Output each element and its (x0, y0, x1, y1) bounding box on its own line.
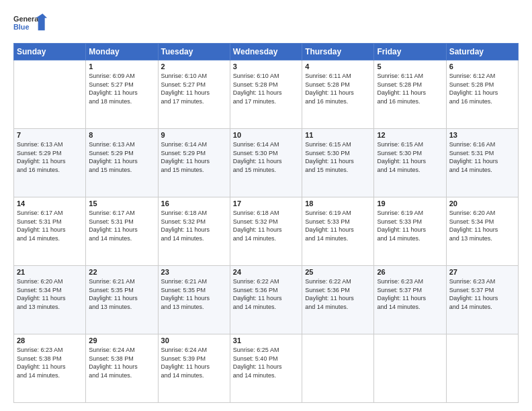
day-info: Sunrise: 6:13 AMSunset: 5:29 PMDaylight:… (89, 140, 154, 174)
day-cell: 24Sunrise: 6:22 AMSunset: 5:36 PMDayligh… (230, 266, 302, 334)
logo: General Blue (13, 11, 47, 38)
day-info: Sunrise: 6:10 AMSunset: 5:28 PMDaylight:… (233, 72, 299, 105)
day-info: Sunrise: 6:23 AMSunset: 5:37 PMDaylight:… (377, 277, 443, 311)
day-number: 10 (233, 131, 299, 139)
day-info: Sunrise: 6:20 AMSunset: 5:34 PMDaylight:… (17, 277, 83, 311)
day-number: 27 (449, 268, 515, 276)
header-sunday: Sunday (14, 44, 86, 60)
header: General Blue (13, 11, 519, 38)
day-cell (374, 334, 446, 403)
calendar-header-row: SundayMondayTuesdayWednesdayThursdayFrid… (14, 44, 519, 60)
day-cell: 29Sunrise: 6:24 AMSunset: 5:38 PMDayligh… (86, 334, 158, 403)
day-cell: 6Sunrise: 6:12 AMSunset: 5:28 PMDaylight… (446, 60, 518, 129)
day-cell: 5Sunrise: 6:11 AMSunset: 5:28 PMDaylight… (374, 60, 446, 129)
day-info: Sunrise: 6:21 AMSunset: 5:35 PMDaylight:… (89, 277, 154, 311)
day-number: 5 (377, 62, 443, 71)
day-cell (14, 60, 86, 129)
day-info: Sunrise: 6:15 AMSunset: 5:30 PMDaylight:… (305, 140, 371, 174)
week-row-1: 7Sunrise: 6:13 AMSunset: 5:29 PMDaylight… (14, 129, 519, 197)
header-thursday: Thursday (302, 44, 374, 60)
day-info: Sunrise: 6:19 AMSunset: 5:33 PMDaylight:… (377, 209, 443, 242)
day-number: 3 (233, 62, 299, 71)
day-cell: 21Sunrise: 6:20 AMSunset: 5:34 PMDayligh… (14, 266, 86, 334)
day-info: Sunrise: 6:14 AMSunset: 5:30 PMDaylight:… (233, 140, 299, 174)
day-number: 8 (89, 131, 154, 139)
day-number: 6 (449, 62, 515, 71)
day-number: 24 (233, 268, 299, 276)
day-number: 17 (233, 199, 299, 208)
calendar-table: SundayMondayTuesdayWednesdayThursdayFrid… (13, 43, 519, 403)
day-info: Sunrise: 6:13 AMSunset: 5:29 PMDaylight:… (17, 140, 83, 174)
day-info: Sunrise: 6:15 AMSunset: 5:30 PMDaylight:… (377, 140, 443, 174)
day-info: Sunrise: 6:18 AMSunset: 5:32 PMDaylight:… (233, 209, 299, 242)
day-cell: 7Sunrise: 6:13 AMSunset: 5:29 PMDaylight… (14, 129, 86, 197)
day-cell: 23Sunrise: 6:21 AMSunset: 5:35 PMDayligh… (158, 266, 230, 334)
day-number: 22 (89, 268, 154, 276)
header-saturday: Saturday (446, 44, 518, 60)
day-info: Sunrise: 6:25 AMSunset: 5:40 PMDaylight:… (233, 346, 299, 379)
day-cell: 15Sunrise: 6:17 AMSunset: 5:31 PMDayligh… (86, 197, 158, 266)
day-number: 4 (305, 62, 371, 71)
day-cell: 14Sunrise: 6:17 AMSunset: 5:31 PMDayligh… (14, 197, 86, 266)
week-row-3: 21Sunrise: 6:20 AMSunset: 5:34 PMDayligh… (14, 266, 519, 334)
day-cell: 20Sunrise: 6:20 AMSunset: 5:34 PMDayligh… (446, 197, 518, 266)
day-cell: 13Sunrise: 6:16 AMSunset: 5:31 PMDayligh… (446, 129, 518, 197)
day-info: Sunrise: 6:12 AMSunset: 5:28 PMDaylight:… (449, 72, 515, 105)
day-cell: 8Sunrise: 6:13 AMSunset: 5:29 PMDaylight… (86, 129, 158, 197)
day-cell: 27Sunrise: 6:23 AMSunset: 5:37 PMDayligh… (446, 266, 518, 334)
day-info: Sunrise: 6:24 AMSunset: 5:38 PMDaylight:… (89, 346, 154, 379)
header-friday: Friday (374, 44, 446, 60)
day-info: Sunrise: 6:10 AMSunset: 5:27 PMDaylight:… (161, 72, 227, 105)
day-number: 11 (305, 131, 371, 139)
day-info: Sunrise: 6:17 AMSunset: 5:31 PMDaylight:… (89, 209, 154, 242)
day-number: 30 (161, 336, 227, 345)
header-tuesday: Tuesday (158, 44, 230, 60)
day-cell: 19Sunrise: 6:19 AMSunset: 5:33 PMDayligh… (374, 197, 446, 266)
day-number: 2 (161, 62, 227, 71)
day-cell: 2Sunrise: 6:10 AMSunset: 5:27 PMDaylight… (158, 60, 230, 129)
day-cell (446, 334, 518, 403)
week-row-2: 14Sunrise: 6:17 AMSunset: 5:31 PMDayligh… (14, 197, 519, 266)
day-info: Sunrise: 6:22 AMSunset: 5:36 PMDaylight:… (305, 277, 371, 311)
day-cell: 25Sunrise: 6:22 AMSunset: 5:36 PMDayligh… (302, 266, 374, 334)
week-row-0: 1Sunrise: 6:09 AMSunset: 5:27 PMDaylight… (14, 60, 519, 129)
logo-svg: General Blue (13, 11, 47, 38)
day-cell: 4Sunrise: 6:11 AMSunset: 5:28 PMDaylight… (302, 60, 374, 129)
day-cell: 28Sunrise: 6:23 AMSunset: 5:38 PMDayligh… (14, 334, 86, 403)
day-number: 28 (17, 336, 83, 345)
day-number: 18 (305, 199, 371, 208)
day-cell: 3Sunrise: 6:10 AMSunset: 5:28 PMDaylight… (230, 60, 302, 129)
day-info: Sunrise: 6:18 AMSunset: 5:32 PMDaylight:… (161, 209, 227, 242)
day-cell: 26Sunrise: 6:23 AMSunset: 5:37 PMDayligh… (374, 266, 446, 334)
day-number: 7 (17, 131, 83, 139)
day-cell: 16Sunrise: 6:18 AMSunset: 5:32 PMDayligh… (158, 197, 230, 266)
day-number: 1 (89, 62, 154, 71)
header-wednesday: Wednesday (230, 44, 302, 60)
day-cell: 10Sunrise: 6:14 AMSunset: 5:30 PMDayligh… (230, 129, 302, 197)
day-number: 12 (377, 131, 443, 139)
svg-text:Blue: Blue (13, 23, 29, 31)
week-row-4: 28Sunrise: 6:23 AMSunset: 5:38 PMDayligh… (14, 334, 519, 403)
day-number: 23 (161, 268, 227, 276)
day-info: Sunrise: 6:11 AMSunset: 5:28 PMDaylight:… (377, 72, 443, 105)
day-cell: 22Sunrise: 6:21 AMSunset: 5:35 PMDayligh… (86, 266, 158, 334)
day-info: Sunrise: 6:23 AMSunset: 5:37 PMDaylight:… (449, 277, 515, 311)
day-info: Sunrise: 6:24 AMSunset: 5:39 PMDaylight:… (161, 346, 227, 379)
day-number: 21 (17, 268, 83, 276)
day-info: Sunrise: 6:20 AMSunset: 5:34 PMDaylight:… (449, 209, 515, 242)
day-number: 20 (449, 199, 515, 208)
day-info: Sunrise: 6:23 AMSunset: 5:38 PMDaylight:… (17, 346, 83, 379)
day-info: Sunrise: 6:22 AMSunset: 5:36 PMDaylight:… (233, 277, 299, 311)
day-info: Sunrise: 6:19 AMSunset: 5:33 PMDaylight:… (305, 209, 371, 242)
day-number: 9 (161, 131, 227, 139)
day-number: 31 (233, 336, 299, 345)
day-cell (302, 334, 374, 403)
day-number: 19 (377, 199, 443, 208)
day-number: 25 (305, 268, 371, 276)
day-number: 29 (89, 336, 154, 345)
day-cell: 17Sunrise: 6:18 AMSunset: 5:32 PMDayligh… (230, 197, 302, 266)
header-monday: Monday (86, 44, 158, 60)
day-info: Sunrise: 6:09 AMSunset: 5:27 PMDaylight:… (89, 72, 154, 105)
day-cell: 31Sunrise: 6:25 AMSunset: 5:40 PMDayligh… (230, 334, 302, 403)
day-number: 13 (449, 131, 515, 139)
